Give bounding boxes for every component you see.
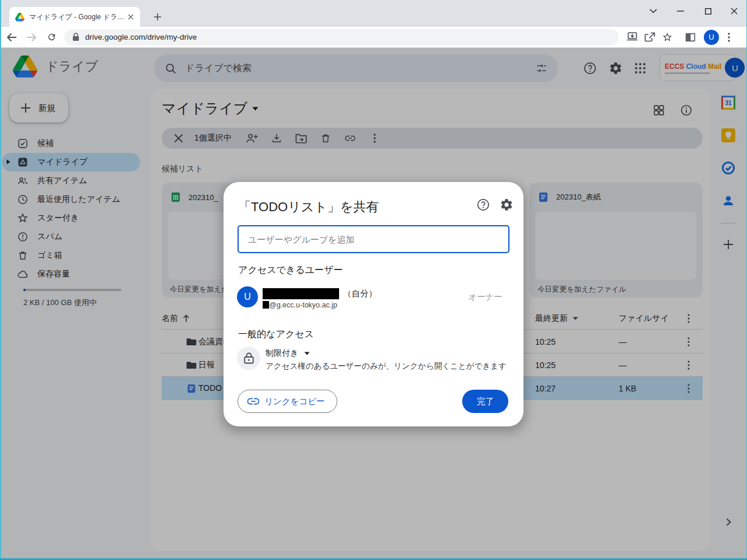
minimize-button[interactable] (672, 4, 689, 19)
side-panel-icon[interactable] (682, 29, 699, 46)
copy-link-button[interactable]: リンクをコピー (238, 390, 337, 413)
owner-email-row: @g.ecc.u-tokyo.ac.jp (263, 300, 337, 309)
link-icon (247, 398, 259, 405)
owner-email-domain: @g.ecc.u-tokyo.ac.jp (269, 301, 337, 309)
address-bar[interactable]: drive.google.com/drive/my-drive (64, 29, 619, 46)
drive-favicon (15, 13, 25, 22)
browser-window: マイドライブ - Google ドライブ drive.google.com/dr… (0, 0, 747, 560)
add-people-input[interactable] (238, 225, 509, 253)
tab-strip: マイドライブ - Google ドライブ (0, 0, 747, 27)
access-level-dropdown[interactable]: 制限付き (266, 348, 310, 359)
share-settings-icon[interactable] (500, 198, 514, 212)
lock-icon (244, 352, 254, 364)
share-dialog: 「TODOリスト」を共有 アクセスできるユーザー U （自分） @g.ecc.u… (224, 182, 523, 426)
redacted-email-prefix (263, 301, 269, 309)
reload-icon[interactable] (43, 29, 60, 46)
browser-toolbar: drive.google.com/drive/my-drive U (0, 27, 747, 48)
people-with-access-heading: アクセスできるユーザー (238, 264, 343, 276)
share-help-icon[interactable] (476, 198, 490, 212)
chevron-down-icon (304, 352, 310, 355)
browser-tab[interactable]: マイドライブ - Google ドライブ (9, 7, 140, 27)
redacted-owner-name (263, 288, 339, 299)
owner-name-row: （自分） (263, 288, 377, 299)
close-button[interactable] (725, 4, 743, 19)
drive-app: ドライブ ECCS Cloud Mail U 新規 (0, 48, 747, 560)
forward-icon[interactable] (23, 29, 40, 46)
owner-role-label: オーナー (468, 292, 502, 303)
tab-title: マイドライブ - Google ドライブ (29, 12, 125, 22)
tab-search-icon[interactable] (644, 4, 662, 19)
browser-menu-icon[interactable] (720, 29, 738, 46)
owner-self-label: （自分） (343, 288, 377, 299)
access-description: アクセス権のあるユーザーのみが、リンクから開くことができます (266, 361, 507, 372)
restricted-lock-badge (237, 346, 260, 370)
owner-avatar: U (237, 286, 258, 307)
https-lock-icon[interactable] (72, 33, 79, 41)
browser-avatar[interactable]: U (703, 29, 720, 46)
maximize-button[interactable] (699, 4, 717, 19)
bookmark-star-icon[interactable] (658, 29, 676, 46)
done-button[interactable]: 完了 (462, 390, 508, 413)
install-icon[interactable] (623, 29, 641, 46)
tab-close-icon[interactable] (125, 12, 135, 22)
back-icon[interactable] (4, 29, 20, 46)
share-dialog-title: 「TODOリスト」を共有 (238, 198, 379, 216)
url-text: drive.google.com/drive/my-drive (85, 33, 197, 41)
share-icon[interactable] (641, 29, 658, 46)
general-access-heading: 一般的なアクセス (238, 328, 314, 341)
new-tab-button[interactable] (151, 10, 165, 24)
